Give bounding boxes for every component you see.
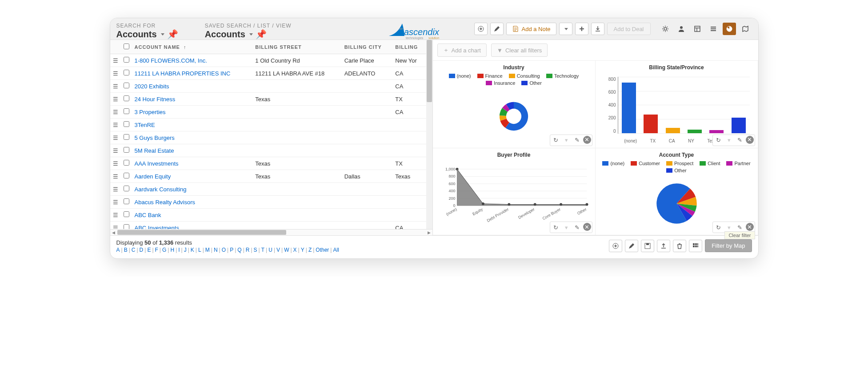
search-for-block[interactable]: SEARCH FOR Accounts 📌 (116, 23, 178, 40)
account-name-cell[interactable]: AAA Investments (132, 157, 253, 170)
bar[interactable] (688, 130, 702, 133)
alpha-link[interactable]: N (214, 247, 218, 253)
account-name-cell[interactable]: 2020 Exhibits (132, 80, 253, 93)
save-icon-button[interactable] (641, 240, 654, 252)
account-name-cell[interactable]: 11211 LA HABRA PROPERTIES INC (132, 67, 253, 80)
table-row[interactable]: ☰ ABC Investments CA (110, 222, 426, 230)
legend-item[interactable]: Technology (546, 73, 579, 79)
row-menu-icon[interactable]: ☰ (110, 67, 121, 80)
bar[interactable] (644, 115, 658, 133)
table-row[interactable]: ☰ 3TenRE (110, 119, 426, 131)
saved-search-block[interactable]: SAVED SEARCH / LIST / VIEW Accounts 📌 (205, 23, 292, 40)
add-chart-button[interactable]: ＋Add a chart (437, 44, 487, 57)
add-note-button[interactable]: Add a Note (506, 23, 556, 35)
alpha-link[interactable]: I (178, 247, 180, 253)
select-all-checkbox[interactable] (124, 44, 129, 49)
row-menu-icon[interactable]: ☰ (110, 106, 121, 119)
row-menu-icon[interactable]: ☰ (110, 80, 121, 93)
bar[interactable] (732, 118, 746, 133)
alpha-link[interactable]: O (222, 247, 226, 253)
alpha-all[interactable]: All (333, 247, 339, 253)
table-row[interactable]: ☰ 24 Hour Fitness Texas TX (110, 93, 426, 106)
bar[interactable] (709, 130, 724, 133)
saved-search-value[interactable]: Accounts 📌 (205, 29, 292, 40)
row-checkbox[interactable] (121, 67, 132, 80)
account-name-cell[interactable]: Aarden Equity (132, 170, 253, 183)
map-icon[interactable] (739, 23, 752, 35)
add-button[interactable] (474, 23, 488, 35)
alpha-link[interactable]: T (261, 247, 264, 253)
alpha-link[interactable]: V (276, 247, 280, 253)
horizontal-scrollbar[interactable]: ◀ ▶ (110, 229, 432, 235)
row-menu-icon[interactable]: ☰ (110, 131, 121, 144)
alpha-link[interactable]: E (147, 247, 151, 253)
alpha-link[interactable]: L (198, 247, 201, 253)
legend-item[interactable]: Finance (477, 73, 503, 79)
legend-item[interactable]: Partner (726, 161, 750, 166)
account-name-cell[interactable]: 24 Hour Fitness (132, 93, 253, 106)
row-menu-icon[interactable]: ☰ (110, 54, 121, 67)
row-menu-icon[interactable]: ☰ (110, 209, 121, 222)
account-name-cell[interactable]: Aardvark Consulting (132, 183, 253, 196)
row-menu-icon[interactable]: ☰ (110, 183, 121, 196)
row-checkbox[interactable] (121, 222, 132, 230)
row-menu-icon[interactable]: ☰ (110, 119, 121, 131)
account-name-cell[interactable]: ABC Bank (132, 209, 253, 222)
edit-button[interactable] (490, 23, 504, 35)
alpha-link[interactable]: P (230, 247, 233, 253)
account-name-cell[interactable]: 1-800 FLOWERS.COM, Inc. (132, 54, 253, 67)
legend-item[interactable]: Other (666, 168, 687, 173)
edit-icon[interactable]: ✎ (735, 223, 745, 232)
legend-item[interactable]: (none) (602, 161, 624, 166)
export-icon-button[interactable] (657, 240, 670, 252)
table-row[interactable]: ☰ Abacus Realty Advisors (110, 196, 426, 209)
row-menu-icon[interactable]: ☰ (110, 196, 121, 209)
row-checkbox[interactable] (121, 93, 132, 106)
filter-icon[interactable]: ▾ (724, 223, 734, 232)
refresh-icon[interactable]: ↻ (551, 136, 561, 145)
dropdown-button[interactable] (559, 23, 572, 35)
add-icon-button[interactable] (609, 240, 622, 252)
list-icon[interactable] (707, 23, 720, 35)
table-row[interactable]: ☰ AAA Investments Texas TX (110, 157, 426, 170)
pin-icon[interactable]: 📌 (256, 29, 267, 40)
table-row[interactable]: ☰ 5 Guys Burgers (110, 131, 426, 144)
table-row[interactable]: ☰ 1-800 FLOWERS.COM, Inc. 1 Old Country … (110, 54, 426, 67)
pin-icon[interactable]: 📌 (167, 29, 178, 40)
filter-icon[interactable]: ▾ (724, 136, 734, 145)
alpha-link[interactable]: Z (308, 247, 312, 253)
hscroll-thumb[interactable] (117, 230, 286, 235)
alpha-link[interactable]: Y (301, 247, 304, 253)
table-row[interactable]: ☰ 2020 Exhibits CA (110, 80, 426, 93)
vertical-scrollbar[interactable] (426, 40, 432, 229)
filter-icon[interactable]: ▾ (562, 136, 572, 145)
table-row[interactable]: ☰ ABC Bank (110, 209, 426, 222)
table-row[interactable]: ☰ 5M Real Estate (110, 144, 426, 157)
alpha-link[interactable]: B (124, 247, 128, 253)
row-menu-icon[interactable]: ☰ (110, 93, 121, 106)
alpha-link[interactable]: A (116, 247, 120, 253)
alpha-link[interactable]: Q (237, 247, 241, 253)
edit-icon[interactable]: ✎ (572, 223, 582, 232)
legend-item[interactable]: Customer (631, 161, 660, 166)
account-name-cell[interactable]: Abacus Realty Advisors (132, 196, 253, 209)
clear-filters-button[interactable]: ▼Clear all filters (491, 44, 548, 57)
col-billing-state[interactable]: BILLING (392, 40, 426, 54)
close-icon[interactable]: ✕ (746, 136, 754, 144)
edit-icon[interactable]: ✎ (572, 136, 582, 145)
legend-item[interactable]: (none) (449, 73, 471, 79)
alpha-link[interactable]: W (284, 247, 289, 253)
row-checkbox[interactable] (121, 170, 132, 183)
chart-view-icon[interactable] (723, 23, 736, 35)
alpha-link[interactable]: J (184, 247, 187, 253)
layout-icon[interactable] (691, 23, 704, 35)
legend-item[interactable]: Consulting (509, 73, 540, 79)
table-row[interactable]: ☰ Aarden Equity Texas Dallas Texas (110, 170, 426, 183)
alpha-other[interactable]: Other (316, 247, 329, 253)
alpha-link[interactable]: C (132, 247, 136, 253)
row-checkbox[interactable] (121, 54, 132, 67)
row-checkbox[interactable] (121, 196, 132, 209)
legend-item[interactable]: Client (700, 161, 720, 166)
alpha-link[interactable]: S (254, 247, 257, 253)
grid-icon-button[interactable] (689, 240, 702, 252)
